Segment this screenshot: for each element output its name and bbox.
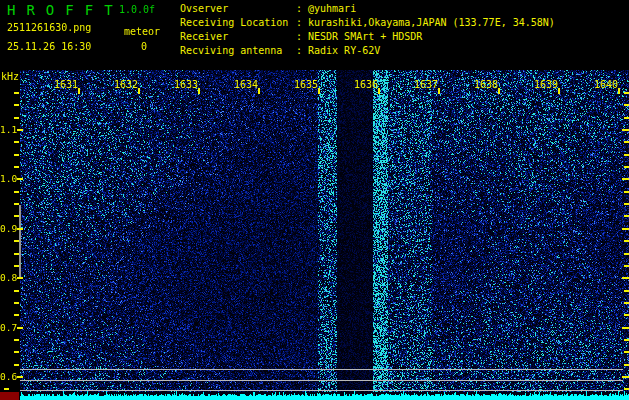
freq-minor-tick-left <box>14 166 19 168</box>
freq-minor-tick-left <box>14 339 19 341</box>
info-label: Receiving Location <box>180 16 296 30</box>
meteor-counter-label: meteor <box>124 26 160 37</box>
info-label: Ovserver <box>180 2 296 16</box>
observer-info-block: Ovserver:@yuhmari Receiving Location:kur… <box>180 2 555 58</box>
info-separator: : <box>296 30 308 44</box>
timestamp: 25.11.26 16:30 <box>7 41 91 52</box>
freq-unit-label: kHz <box>1 71 19 82</box>
spectrogram-canvas <box>20 70 629 400</box>
info-separator: : <box>296 44 308 58</box>
info-value: Radix RY-62V <box>308 45 380 56</box>
freq-minor-tick-left <box>14 104 19 106</box>
freq-minor-tick-left <box>14 351 19 353</box>
info-label: Receiver <box>180 30 296 44</box>
hrofft-screen: HROFFT 1.0.0f 2511261630.png meteor 25.1… <box>0 0 629 400</box>
info-value: @yuhmari <box>308 3 356 14</box>
info-row-observer: Ovserver:@yuhmari <box>180 2 555 16</box>
freq-axis-label: 1.1 <box>0 124 17 136</box>
info-separator: : <box>296 2 308 16</box>
freq-minor-tick-left <box>14 92 19 94</box>
info-row-antenna: Recviving antenna:Radix RY-62V <box>180 44 555 58</box>
freq-axis-label: 0.9 <box>0 223 17 235</box>
freq-minor-tick-left <box>14 154 19 156</box>
app-version: 1.0.0f <box>119 4 155 15</box>
info-value: NESDR SMArt + HDSDR <box>308 31 422 42</box>
freq-axis-label: 1.0 <box>0 173 17 185</box>
left-edge-marker <box>19 205 21 278</box>
freq-minor-tick-left <box>4 388 9 390</box>
freq-minor-tick-left <box>14 364 19 366</box>
freq-axis-label: 0.7 <box>0 322 17 334</box>
freq-axis-label: 0.6 <box>0 371 17 383</box>
level-reference-line-3 <box>20 390 623 391</box>
output-filename: 2511261630.png <box>7 22 91 33</box>
level-reference-line-1 <box>20 369 623 370</box>
bottom-left-red-block <box>0 392 19 400</box>
freq-minor-tick-left <box>14 290 19 292</box>
meteor-counter-value: 0 <box>141 41 147 52</box>
info-row-receiver: Receiver:NESDR SMArt + HDSDR <box>180 30 555 44</box>
freq-minor-tick-left <box>14 314 19 316</box>
freq-minor-tick-left <box>14 117 19 119</box>
info-value: kurashiki,Okayama,JAPAN (133.77E, 34.58N… <box>308 17 555 28</box>
info-separator: : <box>296 16 308 30</box>
freq-minor-tick-left <box>14 191 19 193</box>
app-title: HROFFT <box>7 2 124 18</box>
level-reference-line-2 <box>20 380 623 381</box>
freq-minor-tick-left <box>14 141 19 143</box>
freq-minor-tick-left <box>14 302 19 304</box>
info-row-location: Receiving Location:kurashiki,Okayama,JAP… <box>180 16 555 30</box>
freq-axis-label: 0.8 <box>0 272 17 284</box>
info-label: Recviving antenna <box>180 44 296 58</box>
